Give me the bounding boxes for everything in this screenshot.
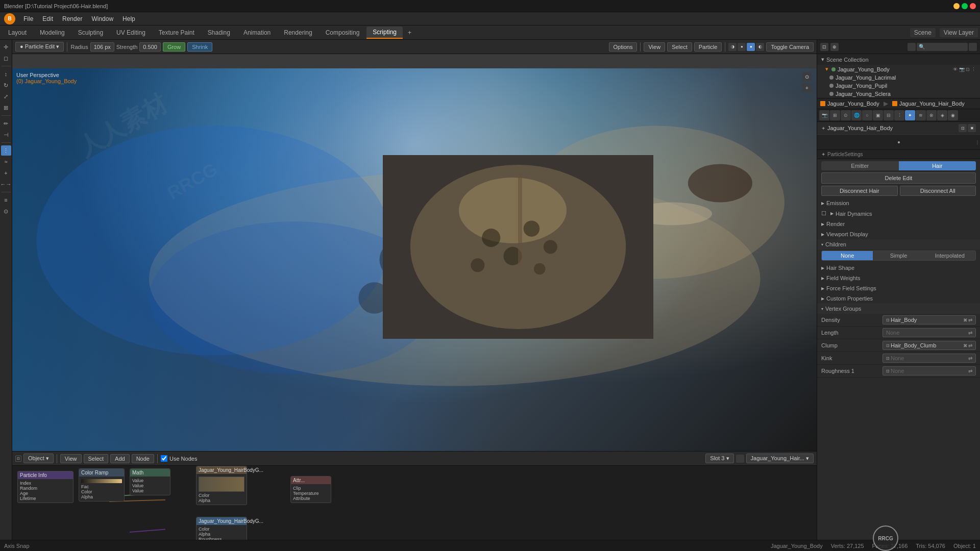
prop-icon-active[interactable]: ✦ <box>905 110 915 120</box>
view-icon-btn[interactable]: ⊕ <box>830 43 839 51</box>
toggle-camera-btn[interactable]: Toggle Camera <box>766 42 814 52</box>
density-flip-btn[interactable]: ⇄ <box>968 317 972 323</box>
gizmo-btn[interactable]: + <box>802 83 812 92</box>
custom-props-section[interactable]: ▶ Custom Properties <box>817 293 980 304</box>
tab-animation[interactable]: Animation <box>237 27 277 38</box>
menu-help[interactable]: Help <box>118 14 139 23</box>
tab-layout[interactable]: Layout <box>2 27 33 38</box>
close-btn[interactable] <box>970 3 976 9</box>
sync-btn[interactable] <box>969 43 977 51</box>
collection-item-sclera[interactable]: Jaguar_Young_Sclera <box>817 90 980 98</box>
prop-icon-world[interactable]: ○ <box>862 110 872 120</box>
tab-uv-editing[interactable]: UV Editing <box>110 27 152 38</box>
clump-value[interactable]: ⊡ Hair_Body_Clumb ✖ ⇄ <box>883 341 976 350</box>
viewport-shading-4[interactable]: ◐ <box>756 43 764 51</box>
slot-dropdown[interactable]: Slot 3 ▾ <box>705 454 733 463</box>
node-color-ramp-1[interactable]: Color Ramp FacColorAlpha <box>79 468 125 502</box>
prop-icon-particles[interactable]: ⋮ <box>894 110 904 120</box>
mode-dropdown[interactable]: ● Particle Edit ▾ <box>15 42 64 52</box>
node-view-btn[interactable]: View <box>60 454 82 463</box>
none-tab[interactable]: None <box>822 251 873 260</box>
reference-viewport[interactable] <box>383 155 653 339</box>
kink-value[interactable]: ⊡ None ⇄ <box>883 354 976 363</box>
transform-tool[interactable]: ⊞ <box>1 103 11 113</box>
node-select-btn[interactable]: Select <box>84 454 109 463</box>
misc2-tool[interactable]: ⊙ <box>1 206 11 216</box>
prop-icon-physics[interactable]: ≋ <box>916 110 926 120</box>
prop-icon-material[interactable]: ◉ <box>948 110 958 120</box>
select-tool[interactable]: ◻ <box>1 53 11 63</box>
add-workspace-btn[interactable]: + <box>404 27 415 38</box>
simple-tab[interactable]: Simple <box>873 251 924 260</box>
comb-tool[interactable]: ⋮ <box>1 145 11 156</box>
roughness1-flip-btn[interactable]: ⇄ <box>968 368 972 374</box>
prop-icon-object[interactable]: ▣ <box>873 110 883 120</box>
render-section[interactable]: ▶ Render <box>817 219 980 229</box>
field-weights-section[interactable]: ▶ Field Weights <box>817 273 980 283</box>
prop-icon-scene[interactable]: 🌐 <box>851 110 862 120</box>
misc-tool[interactable]: ≡ <box>1 195 11 205</box>
hair-dynamics-section[interactable]: ☐ ▶ Hair Dynamics <box>817 208 980 219</box>
add-tool[interactable]: + <box>1 168 11 178</box>
ps-browse-btn[interactable]: ⊡ <box>959 124 967 132</box>
measure-tool[interactable]: ⊣ <box>1 130 11 140</box>
emission-section[interactable]: ▶ Emission <box>817 198 980 208</box>
options-btn[interactable]: Options <box>609 42 638 52</box>
menu-window[interactable]: Window <box>87 14 117 23</box>
prop-icon-data[interactable]: ◈ <box>937 110 947 120</box>
rotate-tool[interactable]: ↻ <box>1 80 11 90</box>
delete-edit-btn[interactable]: Delete Edit <box>821 172 976 184</box>
tab-modeling[interactable]: Modeling <box>34 27 71 38</box>
collection-item-body[interactable]: ▾ Jaguar_Young_Body 👁 📷 ⊡ ⋮ <box>817 65 980 73</box>
tab-scripting[interactable]: Scripting <box>366 27 403 39</box>
filter-btn[interactable] <box>908 43 916 51</box>
tab-rendering[interactable]: Rendering <box>278 27 318 38</box>
viewport-display-section[interactable]: ▶ Viewport Display <box>817 229 980 239</box>
outliner-icon[interactable]: ⊡ <box>820 43 828 51</box>
annotate-tool[interactable]: ✏ <box>1 118 11 129</box>
overlay-btn[interactable]: ⊙ <box>802 72 812 81</box>
use-nodes-checkbox[interactable] <box>161 455 167 462</box>
disconnect-hair-btn[interactable]: Disconnect Hair <box>821 186 898 196</box>
smooth-tool[interactable]: ≈ <box>1 157 11 167</box>
menu-edit[interactable]: Edit <box>38 14 57 23</box>
scene-selector[interactable]: Scene <box>910 28 936 37</box>
vertex-groups-section[interactable]: ▾ Vertex Groups <box>817 304 980 314</box>
move-tool[interactable]: ↕ <box>1 69 11 79</box>
view-btn[interactable]: View <box>644 42 665 52</box>
prop-icon-modifier[interactable]: ⊟ <box>884 110 894 120</box>
cursor-tool[interactable]: ✛ <box>1 42 11 52</box>
particle-btn[interactable]: Particle <box>694 42 722 52</box>
tab-shading[interactable]: Shading <box>202 27 236 38</box>
node-math[interactable]: Math ValueValueValue <box>130 468 170 495</box>
maximize-btn[interactable] <box>962 3 968 9</box>
disconnect-all-btn[interactable]: Disconnect All <box>900 186 976 196</box>
clump-clear-btn[interactable]: ✖ <box>963 343 967 348</box>
ps-pin-btn[interactable]: ✖ <box>968 124 976 132</box>
viewport-shading-3[interactable]: ● <box>747 43 755 51</box>
force-field-section[interactable]: ▶ Force Field Settings <box>817 283 980 293</box>
strength-field[interactable]: 0.500 <box>139 42 161 52</box>
kink-flip-btn[interactable]: ⇄ <box>968 356 972 361</box>
prop-icon-view[interactable]: ⊙ <box>841 110 851 120</box>
node-output[interactable]: Attr... ClipTemperatureAttribute <box>290 476 331 503</box>
menu-render[interactable]: Render <box>58 14 86 23</box>
interpolated-tab[interactable]: Interpolated <box>924 251 975 260</box>
node-add-btn[interactable]: Add <box>110 454 130 463</box>
tab-texture-paint[interactable]: Texture Paint <box>153 27 201 38</box>
node-object-label[interactable]: Jaguar_Young_Hair... ▾ <box>746 454 814 463</box>
children-section[interactable]: ▾ Children <box>817 239 980 249</box>
length-flip-btn[interactable]: ⇄ <box>968 330 972 336</box>
length-value[interactable]: None ⇄ <box>883 328 976 337</box>
prop-icon-constraints[interactable]: ⊗ <box>926 110 937 120</box>
grow-btn[interactable]: Grow <box>163 42 185 52</box>
node-editor[interactable]: ⊡ Object ▾ View Select Add Node Use Node… <box>12 451 817 551</box>
hair-dynamics-checkbox[interactable]: ☐ <box>821 210 826 217</box>
prop-icon-output[interactable]: ⊞ <box>830 110 840 120</box>
view-layer-selector[interactable]: View Layer <box>940 28 978 37</box>
viewport-shading-2[interactable]: ● <box>738 43 746 51</box>
roughness1-value[interactable]: ⊡ None ⇄ <box>883 366 976 375</box>
density-value[interactable]: ⊡ Hair_Body ✖ ⇄ <box>883 315 976 324</box>
minimize-btn[interactable] <box>953 3 960 9</box>
clump-flip-btn[interactable]: ⇄ <box>968 343 972 348</box>
